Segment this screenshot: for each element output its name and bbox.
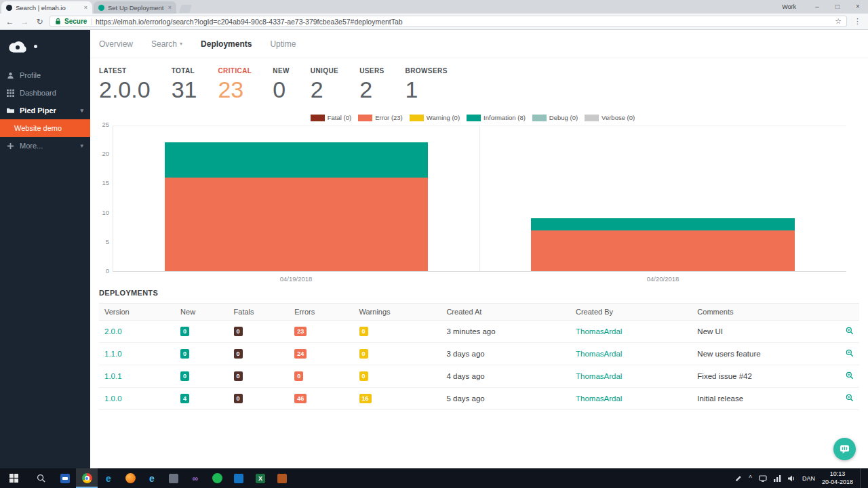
browser-tab-search-elmah[interactable]: Search | elmah.io × [1, 1, 92, 14]
created-by-link[interactable]: ThomasArdal [576, 327, 622, 336]
legend-item[interactable]: Error (23) [358, 114, 403, 121]
sidebar-item-profile[interactable]: Profile [0, 66, 90, 84]
tab-uptime[interactable]: Uptime [270, 39, 296, 49]
bar-segment[interactable] [165, 142, 428, 178]
created-by-link[interactable]: ThomasArdal [576, 394, 622, 403]
deployments-section: DEPLOYMENTS Version New Fatals Errors Wa… [99, 289, 859, 410]
sidebar-item-dashboard[interactable]: Dashboard [0, 84, 90, 102]
bookmark-star-icon[interactable]: ☆ [835, 17, 842, 26]
monitor-icon[interactable] [759, 475, 767, 482]
tab-search[interactable]: Search▾ [151, 39, 182, 49]
maximize-button[interactable]: □ [827, 0, 848, 14]
new-badge: 0 [180, 349, 189, 359]
url-text[interactable]: https://elmah.io/errorlog/search?logId=c… [96, 18, 831, 26]
close-button[interactable]: × [848, 0, 868, 14]
taskbar-clock[interactable]: 10:13 20-04-2018 [822, 470, 853, 486]
taskbar-app-firefox[interactable] [119, 468, 141, 488]
back-icon[interactable]: ← [5, 17, 15, 26]
col-header-warnings[interactable]: Warnings [354, 304, 441, 321]
version-link[interactable]: 1.1.0 [104, 350, 122, 358]
stats-row: LATEST 2.0.0 TOTAL 31 CRITICAL 23 NEW 0 … [90, 58, 868, 103]
minimize-button[interactable]: – [807, 0, 827, 14]
col-header-fatals[interactable]: Fatals [229, 304, 290, 321]
version-link[interactable]: 1.0.0 [104, 394, 122, 403]
chrome-profile-name[interactable]: Work [782, 3, 796, 10]
tab-close-icon[interactable]: × [84, 4, 87, 11]
table-row[interactable]: 1.0.1 0 0 0 0 4 days ago ThomasArdal Fix… [99, 365, 859, 388]
legend-item[interactable]: Debug (0) [532, 114, 578, 121]
start-button[interactable] [0, 468, 27, 488]
show-desktop-button[interactable] [860, 468, 863, 488]
taskbar-app-installer[interactable] [271, 468, 293, 488]
forward-icon[interactable]: → [20, 17, 30, 26]
col-header-version[interactable]: Version [99, 304, 175, 321]
taskbar-app-spotify[interactable] [206, 468, 228, 488]
intercom-chat-button[interactable] [833, 438, 856, 460]
sidebar-item-more[interactable]: More... ▾ [0, 137, 90, 155]
taskbar-app-chrome[interactable] [76, 468, 98, 488]
taskbar-app-excel[interactable]: X [250, 468, 271, 488]
x-tick-label: 04/20/2018 [479, 272, 846, 283]
network-icon[interactable] [774, 475, 781, 482]
sidebar-item-label: More... [20, 142, 43, 150]
comments: Initial release [692, 388, 829, 410]
tray-expand-icon[interactable]: ^ [749, 474, 752, 482]
version-link[interactable]: 1.0.1 [104, 372, 122, 380]
elmah-logo-icon[interactable] [8, 40, 27, 53]
col-header-errors[interactable]: Errors [289, 304, 353, 321]
taskbar-app-save[interactable] [54, 468, 76, 488]
zoom-details-icon[interactable] [846, 395, 854, 403]
zoom-details-icon[interactable] [846, 373, 854, 381]
taskbar-app-visual-studio[interactable]: ∞ [184, 468, 206, 488]
tab-close-icon[interactable]: × [168, 4, 172, 11]
y-tick-label: 10 [102, 209, 109, 216]
new-tab-button[interactable] [179, 5, 192, 13]
col-header-created-at[interactable]: Created At [441, 304, 570, 321]
taskbar-app-store[interactable] [228, 468, 250, 488]
table-row[interactable]: 1.1.0 0 0 24 0 3 days ago ThomasArdal Ne… [99, 343, 859, 365]
volume-icon[interactable] [788, 475, 795, 482]
tab-title: Set Up Deployment Trac [108, 4, 165, 12]
keyboard-language[interactable]: DAN [802, 475, 815, 482]
legend-label: Warning (0) [427, 114, 460, 121]
zoom-details-icon[interactable] [846, 328, 854, 336]
legend-item[interactable]: Verbose (0) [585, 114, 635, 121]
firefox-icon [125, 473, 136, 483]
table-row[interactable]: 2.0.0 0 0 23 0 3 minutes ago ThomasArdal… [99, 321, 859, 343]
stat-users: USERS 2 [359, 67, 384, 103]
version-link[interactable]: 2.0.0 [104, 327, 122, 336]
sidebar-item-website-demo[interactable]: Website demo [0, 119, 90, 137]
table-row[interactable]: 1.0.0 4 0 46 16 5 days ago ThomasArdal I… [99, 388, 859, 410]
taskbar-app-remote[interactable] [163, 468, 184, 488]
pen-icon[interactable] [735, 475, 742, 482]
browser-tabstrip: Search | elmah.io × Set Up Deployment Tr… [0, 0, 868, 14]
bar-segment[interactable] [531, 230, 795, 271]
refresh-icon[interactable]: ↻ [35, 17, 45, 26]
tab-deployments[interactable]: Deployments [201, 39, 252, 49]
stat-total: TOTAL 31 [172, 67, 197, 103]
logo-dot [34, 45, 37, 48]
col-header-comments[interactable]: Comments [692, 304, 829, 321]
taskbar-app-edge[interactable]: e [98, 468, 119, 488]
browser-menu-icon[interactable]: ⋮ [852, 17, 863, 26]
browser-tab-deployment-tracking[interactable]: Set Up Deployment Trac × [94, 1, 176, 14]
fatals-badge: 0 [234, 394, 243, 403]
person-icon [7, 72, 14, 79]
legend-item[interactable]: Information (8) [467, 114, 526, 121]
bar-segment[interactable] [531, 218, 795, 230]
taskbar-app-ie[interactable]: e [141, 468, 163, 488]
address-bar[interactable]: Secure | https://elmah.io/errorlog/searc… [50, 16, 847, 27]
bar-segment[interactable] [165, 178, 428, 271]
zoom-details-icon[interactable] [846, 350, 854, 359]
legend-item[interactable]: Fatal (0) [311, 114, 351, 121]
legend-item[interactable]: Warning (0) [410, 114, 460, 121]
tab-overview[interactable]: Overview [99, 39, 133, 49]
col-header-created-by[interactable]: Created By [570, 304, 692, 321]
created-by-link[interactable]: ThomasArdal [576, 372, 622, 380]
taskbar-search-button[interactable] [27, 468, 54, 488]
warnings-badge: 16 [359, 394, 372, 403]
sidebar-item-pied-piper[interactable]: Pied Piper ▾ [0, 102, 90, 119]
spotify-icon [212, 473, 222, 483]
created-by-link[interactable]: ThomasArdal [576, 350, 622, 358]
col-header-new[interactable]: New [175, 304, 228, 321]
